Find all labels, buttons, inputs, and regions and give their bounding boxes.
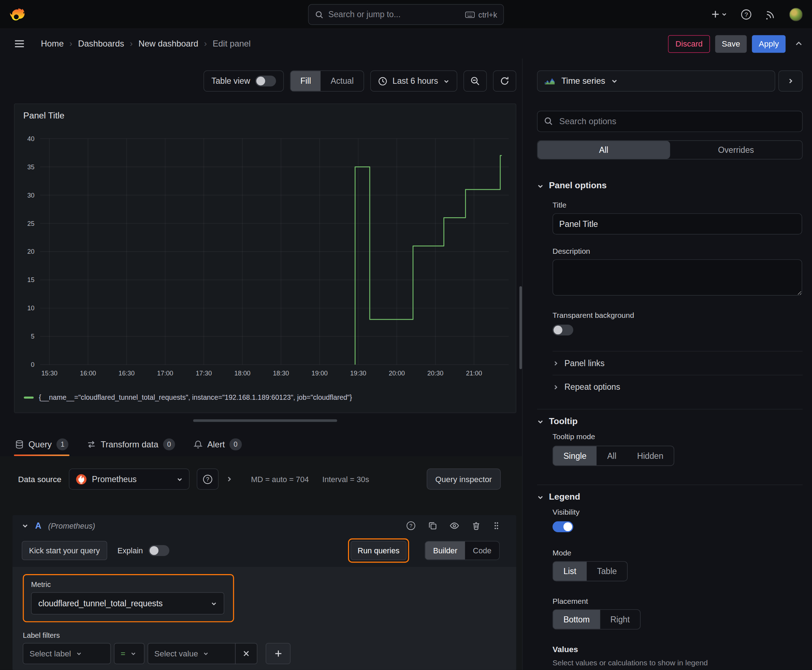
save-button[interactable]: Save xyxy=(715,35,747,52)
select-label-dropdown[interactable]: Select label xyxy=(23,643,111,664)
svg-text:?: ? xyxy=(410,523,412,529)
legend-mode-table[interactable]: Table xyxy=(587,562,627,581)
breadcrumb-separator: › xyxy=(130,39,133,49)
legend-mode-label: Mode xyxy=(553,549,803,557)
panel-links-label: Panel links xyxy=(565,359,605,368)
chevron-down-icon xyxy=(76,651,82,656)
query-datasource-hint: (Prometheus) xyxy=(48,521,95,530)
panel-links-row[interactable]: Panel links xyxy=(553,351,803,375)
query-row-header[interactable]: A (Prometheus) ? xyxy=(12,515,516,536)
description-textarea[interactable] xyxy=(553,259,802,296)
global-search[interactable]: ctrl+k xyxy=(308,4,504,25)
options-search-input[interactable] xyxy=(537,111,803,132)
help-button[interactable]: ? xyxy=(741,8,752,20)
tooltip-header[interactable]: Tooltip xyxy=(537,414,803,429)
collapse-header-button[interactable] xyxy=(795,40,803,47)
filter-all-tab[interactable]: All xyxy=(537,140,670,159)
svg-text:5: 5 xyxy=(31,333,34,340)
legend-mode-list[interactable]: List xyxy=(553,562,587,581)
breadcrumb-dashboards[interactable]: Dashboards xyxy=(78,39,124,48)
collapse-query-chevron[interactable] xyxy=(22,522,29,529)
svg-text:15: 15 xyxy=(27,276,34,283)
hide-query-icon[interactable] xyxy=(449,521,459,530)
tooltip-mode-hidden[interactable]: Hidden xyxy=(627,446,674,465)
tab-alert[interactable]: Alert 0 xyxy=(193,432,243,456)
scrollbar[interactable] xyxy=(519,286,522,369)
query-ref-id[interactable]: A xyxy=(35,521,41,530)
options-expand-chevron[interactable] xyxy=(225,475,232,482)
kick-start-button[interactable]: Kick start your query xyxy=(22,541,107,560)
chart-legend[interactable]: {__name__="cloudflared_tunnel_total_requ… xyxy=(24,393,352,401)
transparent-background-toggle[interactable] xyxy=(553,325,573,335)
news-button[interactable] xyxy=(765,9,776,19)
apply-button[interactable]: Apply xyxy=(752,35,785,52)
max-data-points-stat: MD = auto = 704 xyxy=(251,475,309,484)
legend-placement-label: Placement xyxy=(553,597,803,605)
tooltip-mode-label: Tooltip mode xyxy=(553,432,803,441)
discard-button[interactable]: Discard xyxy=(668,35,710,52)
fit-fill-option[interactable]: Fill xyxy=(290,71,321,91)
legend-swatch xyxy=(24,396,34,398)
data-source-help-button[interactable]: ? xyxy=(197,469,219,490)
operator-value: = xyxy=(120,649,125,658)
svg-text:30: 30 xyxy=(27,192,34,199)
builder-mode-option[interactable]: Builder xyxy=(425,541,465,560)
breadcrumb-new-dashboard[interactable]: New dashboard xyxy=(139,39,198,48)
fit-actual-option[interactable]: Actual xyxy=(321,71,363,91)
avatar[interactable] xyxy=(789,7,803,21)
tooltip-mode-single[interactable]: Single xyxy=(553,446,597,465)
run-queries-button[interactable]: Run queries xyxy=(351,541,407,560)
search-input[interactable] xyxy=(328,10,460,19)
duplicate-query-icon[interactable] xyxy=(428,521,437,530)
panel-edit-main: Table view Fill Actual Last 6 hours xyxy=(0,58,522,670)
add-filter-button[interactable] xyxy=(266,643,290,664)
drag-handle-icon[interactable] xyxy=(493,521,500,530)
legend-placement-bottom[interactable]: Bottom xyxy=(553,610,600,629)
time-series-chart: 051015202530354015:3016:0016:3017:0017:3… xyxy=(14,104,515,413)
tooltip-body: Tooltip mode Single All Hidden xyxy=(553,432,803,466)
tab-transform-label: Transform data xyxy=(101,439,158,449)
legend-header[interactable]: Legend xyxy=(537,489,803,505)
table-view-toggle[interactable] xyxy=(255,76,276,86)
legend-placement-right[interactable]: Right xyxy=(600,610,640,629)
time-range-picker[interactable]: Last 6 hours xyxy=(370,71,457,91)
select-value-dropdown[interactable]: Select value xyxy=(147,643,236,664)
chevron-down-icon xyxy=(611,78,618,85)
legend-visibility-toggle[interactable] xyxy=(553,521,573,532)
filter-overrides-tab[interactable]: Overrides xyxy=(670,140,802,159)
toggle-viz-suggestions-button[interactable] xyxy=(778,71,803,91)
explain-toggle[interactable] xyxy=(149,545,170,556)
tooltip-mode-all[interactable]: All xyxy=(597,446,627,465)
zoom-out-button[interactable] xyxy=(464,71,487,91)
panel-resize-handle[interactable] xyxy=(193,420,337,422)
refresh-button[interactable] xyxy=(493,71,516,91)
breadcrumb-home[interactable]: Home xyxy=(41,39,64,48)
grafana-logo-icon[interactable] xyxy=(9,6,25,22)
visualization-name: Time series xyxy=(561,76,605,86)
code-mode-option[interactable]: Code xyxy=(465,541,499,560)
delete-query-icon[interactable] xyxy=(472,521,481,530)
query-inspector-button[interactable]: Query inspector xyxy=(426,469,500,490)
visualization-picker[interactable]: Time series xyxy=(537,71,775,91)
operator-dropdown[interactable]: = xyxy=(114,643,144,664)
remove-filter-button[interactable] xyxy=(235,643,258,664)
panel-options-title: Panel options xyxy=(549,181,607,191)
tab-query[interactable]: Query 1 xyxy=(14,432,70,456)
repeat-options-label: Repeat options xyxy=(565,382,620,392)
editor-tabs: Query 1 Transform data 0 Alert 0 xyxy=(14,432,522,456)
panel-options-header[interactable]: Panel options xyxy=(537,178,803,194)
transparent-background-label: Transparent background xyxy=(553,311,803,319)
panel-title-input[interactable] xyxy=(553,213,802,234)
menu-toggle[interactable] xyxy=(14,38,25,50)
data-source-picker[interactable]: Prometheus xyxy=(69,469,190,490)
query-help-icon[interactable]: ? xyxy=(406,521,416,530)
svg-text:17:00: 17:00 xyxy=(157,370,173,377)
section-panel-options: Panel options Title Description Transpar… xyxy=(537,178,803,399)
panel-preview[interactable]: Panel Title 051015202530354015:3016:0016… xyxy=(14,103,516,413)
legend-title: Legend xyxy=(549,492,580,502)
tab-transform[interactable]: Transform data 0 xyxy=(86,432,176,456)
repeat-options-row[interactable]: Repeat options xyxy=(553,375,803,399)
transform-icon xyxy=(87,440,96,449)
metric-select[interactable]: cloudflared_tunnel_total_requests xyxy=(31,592,224,614)
new-menu-button[interactable] xyxy=(711,10,727,19)
